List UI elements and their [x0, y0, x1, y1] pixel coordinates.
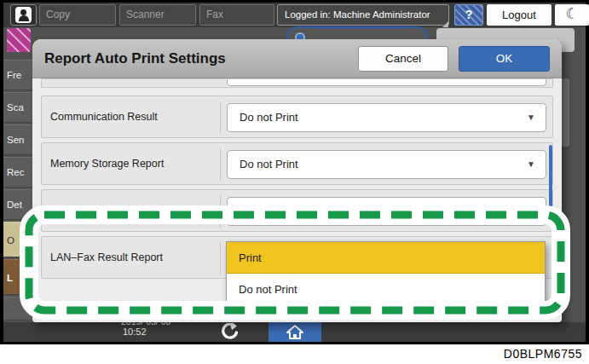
confidential-file-report-dropdown[interactable]: Print ▼ — [227, 197, 546, 226]
chevron-down-icon: ▼ — [527, 104, 535, 131]
row-divider — [220, 148, 221, 181]
scrolled-row-partial — [41, 78, 553, 88]
row-label: Memory Storage Report — [50, 143, 164, 184]
time-text: 10:52 — [121, 326, 198, 337]
back-arrow-icon — [217, 323, 242, 341]
row-divider — [220, 101, 221, 134]
logout-button[interactable]: Logout — [487, 4, 551, 26]
ok-button[interactable]: OK — [459, 46, 550, 72]
row-divider — [220, 242, 221, 274]
row-confidential-file-report: Confidential File Report Print ▼ — [41, 189, 553, 232]
sidebar-item-reception[interactable]: Rec — [3, 157, 32, 188]
cancel-button[interactable]: Cancel — [358, 46, 448, 72]
dialog-header: Report Auto Print Settings Cancel OK — [32, 39, 562, 78]
chevron-down-icon: ▼ — [527, 151, 535, 178]
user-button[interactable] — [10, 4, 37, 26]
row-communication-result: Communication Result Do not Print ▼ — [41, 95, 553, 138]
tab-fax[interactable]: Fax — [199, 4, 274, 26]
tab-scanner[interactable]: Scanner — [119, 4, 196, 26]
communication-result-dropdown[interactable]: Do not Print ▼ — [227, 103, 546, 132]
top-bar: Copy Scanner Fax Logged in: Machine Admi… — [3, 3, 586, 27]
row-memory-storage-report: Memory Storage Report Do not Print ▼ — [41, 142, 553, 185]
dialog-scroll-indicator[interactable] — [549, 145, 552, 211]
dropdown-value: Do not Print — [240, 151, 298, 178]
dialog-title: Report Auto Print Settings — [44, 39, 226, 78]
dropdown-value: Do not Print — [240, 104, 298, 131]
datetime-display: 2019/ 05/ 03 10:52 — [121, 322, 198, 342]
energy-saver-button[interactable]: ☾ — [555, 4, 589, 26]
sidebar-item-send[interactable]: Sen — [3, 124, 32, 155]
home-button[interactable] — [269, 322, 321, 342]
moon-icon: ☾ — [565, 6, 578, 22]
screenshot-root: Copy Scanner Fax Logged in: Machine Admi… — [0, 0, 589, 364]
tab-copy[interactable]: Copy — [39, 4, 116, 26]
sidebar-item-scan[interactable]: Sca — [3, 92, 32, 123]
row-label: Confidential File Report — [50, 190, 162, 231]
bottom-bar: 2019/ 05/ 03 10:52 — [3, 322, 586, 342]
lan-fax-result-report-open-dropdown: Print Do not Print — [226, 241, 546, 306]
login-dropdown-triangle-icon — [442, 21, 448, 27]
device-screen: Copy Scanner Fax Logged in: Machine Admi… — [0, 0, 589, 344]
figure-caption: D0BLPM6755 — [504, 347, 582, 361]
dropdown-option-do-not-print[interactable]: Do not Print — [227, 274, 545, 305]
row-label: Communication Result — [50, 96, 158, 137]
login-status[interactable]: Logged in: Machine Administrator — [277, 4, 449, 26]
scrolled-row-dropdown[interactable] — [227, 78, 546, 86]
chevron-down-icon: ▼ — [527, 198, 535, 225]
row-label: LAN–Fax Result Report — [50, 237, 163, 278]
fax-settings-icon — [7, 28, 31, 52]
home-icon — [286, 324, 304, 340]
row-divider — [220, 195, 221, 228]
help-button[interactable]: ? — [454, 4, 483, 26]
sidebar-item-detailed[interactable]: Det — [3, 189, 32, 220]
background-scrollbar — [561, 78, 569, 147]
sidebar-item-blank — [3, 297, 32, 321]
memory-storage-report-dropdown[interactable]: Do not Print ▼ — [227, 150, 546, 179]
sidebar-item-lanfax[interactable]: L — [3, 259, 32, 295]
sidebar-item-frequent[interactable]: Fre — [3, 60, 32, 90]
dropdown-value: Print — [240, 198, 263, 225]
back-button[interactable] — [217, 323, 242, 341]
dropdown-option-print[interactable]: Print — [227, 242, 545, 274]
person-icon — [15, 7, 32, 23]
sidebar-item-others[interactable]: O — [3, 222, 32, 257]
